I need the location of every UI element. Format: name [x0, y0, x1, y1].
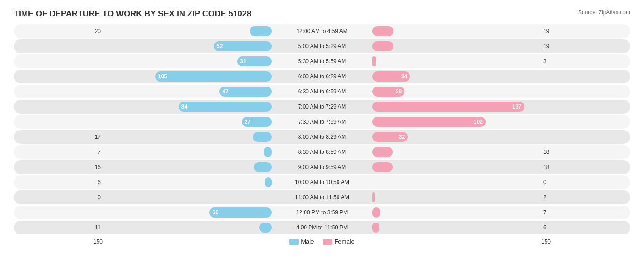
- right-value-section: 18: [539, 149, 630, 155]
- male-value-inside: 105: [155, 73, 170, 80]
- bars-section: 84 7:00 AM to 7:29 AM 137: [105, 100, 539, 114]
- male-bar-wrap: 52: [105, 41, 272, 51]
- male-value-inside: 52: [214, 43, 225, 49]
- right-value-section: 7: [539, 209, 630, 216]
- female-value-outside: 7: [541, 209, 546, 216]
- female-bar-wrap: [372, 223, 539, 233]
- bars-section: 31 5:30 AM to 5:59 AM: [105, 54, 539, 68]
- male-bar: [265, 177, 272, 187]
- title-row: TIME OF DEPARTURE TO WORK BY SEX IN ZIP …: [14, 9, 630, 21]
- time-label: 12:00 AM to 4:59 AM: [272, 28, 372, 34]
- male-value-outside: 6: [98, 179, 103, 185]
- male-bar-wrap: 84: [105, 102, 272, 112]
- male-value-inside: 84: [179, 103, 190, 110]
- female-bar: 34: [372, 71, 410, 82]
- male-value-inside: 31: [237, 58, 249, 65]
- left-value-section: 16: [14, 164, 105, 170]
- time-label: 11:00 AM to 11:59 AM: [272, 194, 372, 201]
- bars-section: 4:00 PM to 11:59 PM: [105, 221, 539, 234]
- time-label: 8:00 AM to 8:29 AM: [272, 134, 372, 140]
- x-axis-left-label: 150: [14, 239, 105, 245]
- left-value-section: 6: [14, 179, 105, 185]
- female-bar: 137: [372, 102, 524, 112]
- bars-section: 56 12:00 PM to 3:59 PM: [105, 206, 539, 219]
- female-bar-wrap: 102: [372, 117, 539, 127]
- time-label: 7:00 AM to 7:29 AM: [272, 103, 372, 110]
- time-label: 4:00 PM to 11:59 PM: [272, 224, 372, 231]
- chart-container: 20 12:00 AM to 4:59 AM 19: [14, 24, 630, 234]
- chart-row: 31 5:30 AM to 5:59 AM 3: [14, 54, 630, 68]
- male-bar-wrap: [105, 132, 272, 142]
- male-bar-wrap: 31: [105, 56, 272, 66]
- female-value-inside: 34: [398, 73, 410, 80]
- left-value-section: 7: [14, 149, 105, 155]
- male-value-outside: 0: [98, 194, 103, 201]
- legend: Male Female: [105, 238, 539, 245]
- left-value-section: 17: [14, 134, 105, 140]
- female-value-outside: 6: [541, 224, 546, 231]
- female-value-outside: 19: [541, 43, 549, 49]
- female-bar-wrap: [372, 26, 539, 36]
- female-bar: 29: [372, 87, 404, 97]
- bars-section: 52 5:00 AM to 5:29 AM: [105, 39, 539, 53]
- female-value-outside: 18: [541, 164, 549, 170]
- right-value-section: 19: [539, 28, 630, 34]
- male-bar: 47: [219, 87, 272, 97]
- female-bar-wrap: [372, 56, 539, 66]
- time-label: 9:00 AM to 9:59 AM: [272, 164, 372, 170]
- x-axis-right-label: 150: [539, 239, 630, 245]
- male-bar: 56: [209, 207, 272, 218]
- bars-section: 47 6:30 AM to 6:59 AM 29: [105, 85, 539, 98]
- chart-row: 20 12:00 AM to 4:59 AM 19: [14, 24, 630, 38]
- time-label: 12:00 PM to 3:59 PM: [272, 209, 372, 216]
- chart-row: 47 6:30 AM to 6:59 AM 29: [14, 85, 630, 98]
- female-bar-wrap: [372, 207, 539, 218]
- male-value-inside: 56: [209, 209, 221, 216]
- female-bar: [372, 192, 375, 202]
- time-label: 5:00 AM to 5:29 AM: [272, 43, 372, 49]
- male-bar: [250, 26, 272, 36]
- female-bar: [372, 207, 380, 218]
- male-bar-wrap: 105: [105, 71, 272, 82]
- male-value-outside: 17: [95, 134, 103, 140]
- female-value-inside: 137: [510, 103, 524, 110]
- male-bar: [254, 162, 272, 172]
- female-value-inside: 102: [471, 119, 486, 125]
- left-value-section: 11: [14, 224, 105, 231]
- chart-row: 52 5:00 AM to 5:29 AM 19: [14, 39, 630, 53]
- male-value-outside: 16: [95, 164, 103, 170]
- legend-male-box: [289, 239, 299, 245]
- right-value-section: 0: [539, 179, 630, 185]
- male-bar-wrap: 56: [105, 207, 272, 218]
- female-bar-wrap: [372, 192, 539, 202]
- bars-section: 105 6:00 AM to 6:29 AM 34: [105, 70, 539, 83]
- chart-title: TIME OF DEPARTURE TO WORK BY SEX IN ZIP …: [14, 9, 251, 19]
- female-value-outside: 2: [541, 194, 546, 201]
- chart-row: 105 6:00 AM to 6:29 AM 34: [14, 70, 630, 83]
- female-value-outside: 19: [541, 28, 549, 34]
- female-bar: [372, 41, 393, 51]
- time-label: 5:30 AM to 5:59 AM: [272, 58, 372, 65]
- bars-section: 8:00 AM to 8:29 AM 32: [105, 130, 539, 144]
- female-bar: [372, 26, 393, 36]
- male-bar-wrap: [105, 162, 272, 172]
- female-bar-wrap: 34: [372, 71, 539, 82]
- female-value-outside: 18: [541, 149, 549, 155]
- chart-row: 17 8:00 AM to 8:29 AM 32: [14, 130, 630, 144]
- chart-row: 84 7:00 AM to 7:29 AM 137: [14, 100, 630, 114]
- x-axis-row: 150 Male Female 150: [14, 238, 630, 245]
- male-bar-wrap: 27: [105, 117, 272, 127]
- time-label: 7:30 AM to 7:59 AM: [272, 119, 372, 125]
- legend-male-label: Male: [301, 238, 314, 245]
- right-value-section: 18: [539, 164, 630, 170]
- female-bar: 102: [372, 117, 486, 127]
- female-bar-wrap: [372, 162, 539, 172]
- male-bar: 52: [214, 41, 272, 51]
- right-value-section: 3: [539, 58, 630, 65]
- left-value-section: 0: [14, 194, 105, 201]
- female-bar: 32: [372, 132, 408, 142]
- male-bar-wrap: [105, 177, 272, 187]
- legend-male: Male: [289, 238, 314, 245]
- male-bar: 105: [155, 71, 272, 82]
- female-value-inside: 29: [393, 88, 404, 95]
